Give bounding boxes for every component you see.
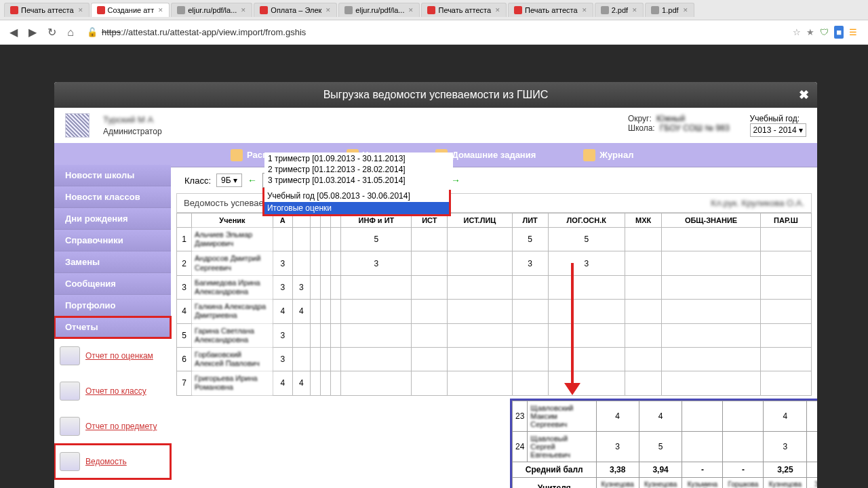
browser-tab[interactable]: Печать аттеста✕: [421, 3, 507, 17]
broken-lock-icon: 🔓: [87, 27, 98, 37]
teachers-row: УчителяКузнецова А.Р.Кузнецова А.А.Кузьм…: [513, 478, 818, 489]
share-icon[interactable]: ☆: [793, 27, 801, 37]
sidebar-item[interactable]: Новости классов: [54, 186, 171, 208]
sidebar-link[interactable]: Ведомость: [85, 457, 127, 466]
back-arrow-icon[interactable]: ←: [248, 175, 257, 186]
column-header: МХК: [625, 214, 662, 228]
favicon-icon: [177, 6, 185, 14]
browser-tab[interactable]: Оплата – Элек✕: [254, 3, 337, 17]
menu-icon[interactable]: ☰: [849, 27, 857, 37]
favicon-icon: [97, 6, 105, 14]
row-num: 1: [177, 228, 192, 251]
sidebar-subitem[interactable]: Отчет по предмету: [54, 409, 171, 444]
student-name: Щавловый Сергей Евгеньевич: [528, 432, 596, 462]
grade-cell: [321, 347, 331, 371]
menu-journal[interactable]: Журнал: [583, 149, 633, 161]
tab-close-icon[interactable]: ✕: [158, 7, 163, 14]
class-select[interactable]: 9Б ▾: [216, 174, 242, 187]
url-protocol: https: [102, 27, 121, 37]
grade-cell: 3: [273, 275, 293, 299]
avg-cell: 3,25: [764, 462, 807, 478]
sidebar-item[interactable]: Портфолио: [54, 295, 171, 317]
browser-tab[interactable]: eljur.ru/pdf/la...✕: [338, 3, 420, 17]
grade-cell: [548, 300, 625, 323]
sidebar-subitem[interactable]: Отчет по классу: [54, 373, 171, 409]
teacher-cell: Кузьмина Н.П.: [682, 478, 723, 489]
browser-tab[interactable]: Печать аттеста✕: [4, 3, 90, 17]
reload-button[interactable]: ↻: [43, 24, 60, 41]
sidebar-link[interactable]: Отчет по оценкам: [85, 351, 153, 361]
sidebar-item[interactable]: Отчеты: [54, 317, 171, 338]
year-select[interactable]: 2013 - 2014 ▾: [750, 123, 806, 137]
grade-cell: 5: [341, 228, 412, 251]
modal-dialog: Выгрузка ведомости успеваемости из ГШИС …: [54, 82, 817, 488]
browser-tab[interactable]: Печать аттеста✕: [508, 3, 593, 17]
period-option[interactable]: 1 триместр [01.09.2013 - 30.11.2013]: [267, 153, 407, 164]
grade-cell: [448, 275, 513, 299]
grade-cell: [310, 371, 320, 395]
browser-tab[interactable]: 2.pdf✕: [595, 3, 644, 17]
student-name: Андросов Дмитрий Сергеевич: [192, 251, 273, 275]
sidebar-item[interactable]: Новости школы: [54, 165, 171, 186]
modal-close-button[interactable]: ✖: [799, 87, 809, 102]
grade-cell: 3: [764, 432, 807, 462]
extension-icon[interactable]: 🛡: [820, 27, 829, 37]
tab-close-icon[interactable]: ✕: [683, 7, 688, 14]
sidebar-link[interactable]: Отчет по классу: [85, 386, 146, 396]
table-row: 23Щавловский Максим Сергеевич4444: [513, 401, 818, 432]
browser-tab[interactable]: 1.pdf✕: [645, 3, 694, 17]
teacher-cell: Кузнецова А.А.: [639, 478, 682, 489]
tab-close-icon[interactable]: ✕: [326, 7, 331, 14]
period-option[interactable]: 2 триместр [01.12.2013 - 28.02.2014]: [267, 164, 407, 175]
grid-icon[interactable]: ■: [834, 26, 844, 39]
sidebar-item[interactable]: Справочники: [54, 230, 171, 251]
home-button[interactable]: ⌂: [62, 24, 79, 41]
browser-tab[interactable]: eljur.ru/pdf/la...✕: [171, 3, 252, 17]
tab-close-icon[interactable]: ✕: [241, 7, 246, 14]
grade-cell: [625, 347, 662, 371]
period-dropdown[interactable]: 1 триместр [01.09.2013 - 30.11.2013] 2 т…: [262, 188, 451, 216]
sidebar-link[interactable]: Отчет по предмету: [85, 422, 157, 431]
period-option[interactable]: 3 триместр [01.03.2014 - 31.05.2014]: [267, 175, 407, 186]
tab-close-icon[interactable]: ✕: [632, 7, 637, 14]
period-option-selected[interactable]: Учебный год [05.08.2013 - 30.06.2014]: [264, 190, 449, 202]
modal-title: Выгрузка ведомости успеваемости из ГШИС: [323, 89, 549, 100]
grade-cell: 4: [292, 300, 310, 323]
tab-label: eljur.ru/pdf/la...: [355, 6, 404, 14]
grade-cell: [341, 323, 412, 347]
favicon-icon: [601, 6, 609, 14]
grade-cell: [412, 371, 448, 395]
browser-tab[interactable]: Создание атт✕: [91, 3, 170, 17]
url-input[interactable]: 🔓 https://attestat.ru/attestat-app/view.…: [81, 24, 793, 40]
calendar-icon: [231, 149, 243, 161]
tab-close-icon[interactable]: ✕: [582, 7, 587, 14]
favicon-icon: [10, 6, 18, 14]
grade-cell: 3: [273, 347, 293, 371]
grade-cell: [448, 371, 513, 395]
report-icon: [60, 382, 80, 401]
tab-close-icon[interactable]: ✕: [408, 7, 414, 14]
grade-cell: 3: [341, 251, 412, 275]
grade-cell: [310, 347, 320, 371]
row-num: 6: [177, 347, 192, 371]
back-button[interactable]: ◀: [5, 24, 22, 41]
forward-button[interactable]: ▶: [24, 24, 41, 41]
grade-cell: 3: [273, 251, 293, 275]
sidebar-item[interactable]: Сообщения: [54, 273, 171, 295]
grade-cell: [760, 228, 811, 251]
grade-cell: [273, 228, 293, 251]
sidebar-subitem[interactable]: Ведомость: [54, 444, 171, 479]
sidebar-item[interactable]: Дни рождения: [54, 208, 171, 230]
bookmark-icon[interactable]: ★: [806, 27, 814, 37]
tab-close-icon[interactable]: ✕: [495, 7, 500, 14]
tab-close-icon[interactable]: ✕: [78, 7, 83, 14]
grade-cell: [723, 401, 764, 432]
period-option-highlighted[interactable]: Итоговые оценки: [264, 202, 449, 214]
report-icon: [60, 346, 80, 365]
sidebar-item[interactable]: Замены: [54, 251, 171, 273]
grade-cell: [760, 371, 811, 395]
report-icon: [60, 452, 80, 471]
sidebar-subitem[interactable]: Отчет по оценкам: [54, 338, 171, 373]
table-row: 6Горбаковский Алексей Павлович3: [177, 347, 812, 371]
grade-cell: [412, 323, 448, 347]
